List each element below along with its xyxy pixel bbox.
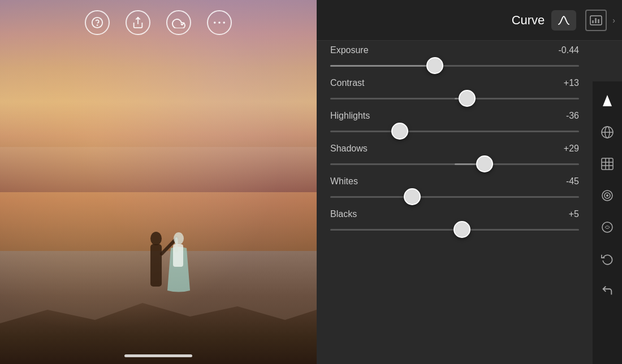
side-icons (593, 81, 622, 364)
slider-label-row: Shadows +29 (330, 144, 579, 154)
slider-track-container[interactable] (330, 156, 579, 172)
slider-row-highlights: Highlights -36 (330, 111, 579, 139)
detail-icon[interactable] (595, 149, 620, 179)
svg-point-27 (606, 194, 608, 197)
right-panel: Curve › Exposure -0.44 (317, 0, 622, 364)
slider-label-blacks: Blacks (330, 209, 357, 219)
bottom-indicator (124, 354, 192, 357)
slider-track (330, 163, 579, 165)
slider-track (330, 196, 579, 198)
svg-point-0 (150, 232, 162, 245)
undo-icon[interactable] (595, 276, 620, 305)
slider-row-shadows: Shadows +29 (330, 144, 579, 172)
hsl-icon[interactable] (595, 118, 620, 147)
more-button[interactable] (207, 10, 232, 35)
slider-value-blacks: +5 (569, 209, 579, 219)
cloud-sync-button[interactable] (166, 10, 191, 35)
couple-silhouette (138, 228, 206, 307)
slider-value-whites: -45 (566, 176, 579, 187)
slider-row-whites: Whites -45 (330, 176, 579, 205)
slider-label-whites: Whites (330, 176, 358, 187)
svg-rect-14 (595, 18, 597, 23)
photo-overlay (0, 0, 317, 364)
help-button[interactable] (85, 10, 110, 35)
slider-label-exposure: Exposure (330, 45, 369, 55)
slider-thumb[interactable] (453, 221, 470, 238)
svg-rect-20 (602, 158, 613, 170)
slider-thumb[interactable] (426, 57, 443, 74)
sliders-area: Exposure -0.44 Contrast +13 Highlights -… (317, 41, 593, 364)
effects-icon[interactable] (595, 181, 620, 210)
slider-value-highlights: -36 (566, 111, 579, 121)
slider-value-exposure: -0.44 (559, 45, 579, 55)
slider-track-container[interactable] (330, 123, 579, 139)
slider-track (330, 98, 579, 99)
photo-area (0, 0, 317, 364)
slider-thumb[interactable] (476, 155, 493, 172)
svg-point-9 (214, 21, 216, 24)
svg-point-10 (218, 21, 221, 24)
history-icon[interactable] (595, 244, 620, 274)
top-toolbar (85, 10, 232, 35)
slider-label-row: Highlights -36 (330, 111, 579, 121)
curve-button[interactable] (551, 10, 576, 31)
slider-track-container[interactable] (330, 58, 579, 73)
slider-track (330, 229, 579, 231)
svg-rect-4 (173, 244, 183, 267)
svg-rect-15 (598, 19, 599, 23)
panel-content: Exposure -0.44 Contrast +13 Highlights -… (317, 41, 622, 364)
slider-label-highlights: Highlights (330, 111, 370, 121)
slider-label-shadows: Shadows (330, 144, 368, 154)
slider-label-row: Blacks +5 (330, 209, 579, 219)
slider-value-shadows: +29 (564, 144, 579, 154)
exposure-icon[interactable] (595, 86, 620, 115)
svg-point-28 (602, 222, 612, 232)
panel-chevron[interactable]: › (612, 16, 615, 25)
slider-value-contrast: +13 (564, 78, 579, 88)
slider-label-contrast: Contrast (330, 78, 364, 88)
slider-thumb[interactable] (459, 90, 476, 107)
slider-label-row: Exposure -0.44 (330, 45, 579, 55)
slider-track (330, 131, 579, 132)
svg-point-7 (97, 25, 98, 25)
slider-label-row: Whites -45 (330, 176, 579, 187)
slider-track-container[interactable] (330, 90, 579, 106)
slider-row-exposure: Exposure -0.44 (330, 45, 579, 73)
svg-marker-16 (603, 95, 612, 106)
svg-rect-13 (592, 20, 594, 23)
healing-icon[interactable] (595, 213, 620, 242)
slider-thumb[interactable] (391, 123, 408, 140)
histogram-button[interactable] (585, 10, 607, 31)
slider-fill (330, 65, 435, 67)
curve-label: Curve (512, 13, 545, 28)
slider-track (330, 65, 579, 67)
slider-track-container[interactable] (330, 189, 579, 205)
slider-row-blacks: Blacks +5 (330, 209, 579, 237)
panel-header: Curve › (317, 0, 622, 41)
slider-track-container[interactable] (330, 222, 579, 237)
slider-label-row: Contrast +13 (330, 78, 579, 88)
slider-thumb[interactable] (404, 188, 421, 205)
svg-rect-1 (150, 244, 162, 287)
svg-point-11 (223, 21, 225, 24)
share-button[interactable] (126, 10, 150, 35)
slider-row-contrast: Contrast +13 (330, 78, 579, 106)
